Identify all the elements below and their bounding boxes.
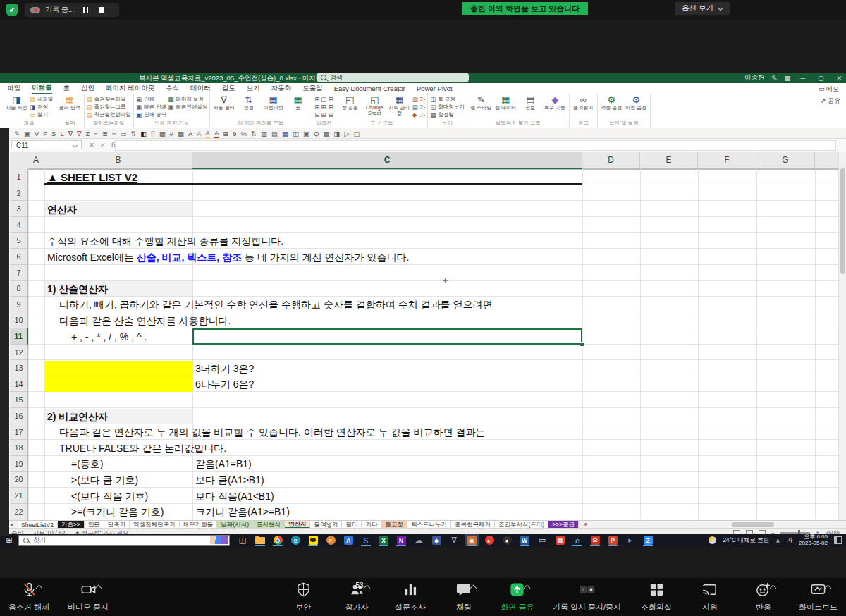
confirm-entry-icon[interactable]: ✓ bbox=[100, 141, 106, 149]
row-header-22[interactable]: 22 bbox=[10, 504, 28, 520]
qat-icon-19[interactable]: A bbox=[188, 130, 192, 137]
tray-expand-caret[interactable]: ∧ bbox=[776, 537, 780, 544]
row-header-10[interactable]: 10 bbox=[10, 312, 28, 328]
cell-B21[interactable]: <(보다 작음 기호) bbox=[71, 489, 148, 503]
ribbon-button[interactable]: ⊟ bbox=[314, 111, 319, 118]
ribbon-button[interactable]: ▦시트 관리창 bbox=[388, 94, 411, 116]
minimize-button[interactable]: ─ bbox=[798, 75, 808, 82]
ribbon-button[interactable]: ▭열기 bbox=[30, 111, 54, 118]
support-button[interactable]: 지원 bbox=[692, 581, 728, 612]
language-indicator[interactable]: 가 bbox=[787, 536, 793, 545]
taskbar-search[interactable]: 찾기 bbox=[18, 535, 230, 546]
ribbon-button[interactable]: ◱Change Sheet bbox=[363, 94, 386, 116]
name-box[interactable]: C11 bbox=[11, 140, 82, 149]
cell-C14[interactable]: 6나누기 6은? bbox=[195, 377, 254, 391]
cell-C13[interactable]: 3더하기 3은? bbox=[195, 362, 254, 376]
zoom-z-icon[interactable]: Z bbox=[641, 534, 655, 546]
ribbon-button[interactable]: ⊞ bbox=[328, 104, 333, 111]
vertical-scrollbar-thumb[interactable] bbox=[840, 168, 845, 274]
qat-icon-22[interactable]: A bbox=[214, 129, 219, 138]
security-button[interactable]: 보안 bbox=[285, 581, 321, 612]
qat-icon-18[interactable]: ▦ bbox=[178, 130, 184, 137]
cell-B5[interactable]: 수식의 요소에 대해 수행할 계산의 종류를 지정합니다. bbox=[47, 234, 283, 248]
row-header-11[interactable]: 11 bbox=[10, 328, 28, 345]
qat-icon-24[interactable]: 9 bbox=[233, 130, 236, 137]
qat-icon-14[interactable]: ◧ bbox=[140, 130, 147, 137]
select-all-corner[interactable] bbox=[10, 152, 29, 170]
qat-icon-25[interactable]: % bbox=[241, 130, 247, 137]
cell-B3[interactable]: 연산자 bbox=[47, 202, 77, 216]
ribbon-button[interactable]: ▣빠른인쇄설정 bbox=[168, 104, 207, 111]
qat-icon-28[interactable]: ▤ bbox=[271, 130, 278, 137]
menu-tab-5[interactable]: 수식 bbox=[166, 84, 179, 93]
excel-search-box[interactable]: 검색 bbox=[317, 73, 469, 82]
close-button[interactable]: ✕ bbox=[833, 75, 845, 82]
qat-icon-2[interactable]: V bbox=[35, 130, 39, 137]
ribbon-button[interactable]: ▦창정렬 bbox=[430, 111, 465, 118]
column-header-E[interactable]: E bbox=[640, 152, 698, 169]
ribbon-button[interactable]: ▦셀 데이터 bbox=[494, 94, 517, 111]
row-header-14[interactable]: 14 bbox=[10, 376, 28, 393]
menu-tab-11[interactable]: Easy Document Creator bbox=[334, 85, 405, 92]
row-header-3[interactable]: 3 bbox=[10, 201, 28, 217]
notification-center-icon[interactable] bbox=[834, 536, 842, 544]
chat-button[interactable]: 채팅 bbox=[446, 581, 482, 612]
powerpoint-icon[interactable]: P bbox=[606, 534, 620, 546]
cell-B17[interactable]: 다음과 같은 연산자로 두 개의 값을 비교할 수 있습니다. 이러한 연산자로… bbox=[59, 425, 485, 439]
breakout-rooms-button[interactable]: 소회의실 bbox=[638, 581, 675, 612]
menu-tab-1[interactable]: 어썸툴 bbox=[32, 83, 52, 94]
qat-icon-1[interactable]: ▣ bbox=[24, 130, 30, 137]
ribbon-button[interactable]: ▣인쇄 bbox=[136, 96, 166, 103]
unmute-button[interactable]: 음소거 해제 bbox=[8, 581, 49, 612]
qat-icon-6[interactable]: ∇ bbox=[68, 130, 73, 137]
memo-button[interactable]: ▭ 메모 bbox=[819, 85, 839, 94]
qat-icon-8[interactable]: Σ bbox=[85, 130, 90, 137]
stop-video-button[interactable]: 비디오 중지 bbox=[68, 581, 109, 612]
apps-grid-icon[interactable]: ▦ bbox=[785, 74, 791, 82]
share-screen-button[interactable]: 화면 공유 bbox=[499, 581, 536, 612]
qat-icon-36[interactable]: ▢ bbox=[354, 130, 360, 137]
pause-recording-button[interactable] bbox=[83, 7, 88, 13]
start-button[interactable]: ⊞ bbox=[0, 536, 18, 545]
ribbon-button[interactable]: ⚙엑셀 옵션 bbox=[600, 94, 623, 111]
row-header-20[interactable]: 20 bbox=[10, 472, 28, 488]
recorder-app-icon[interactable]: ◉ bbox=[465, 534, 479, 546]
taskbar-clock[interactable]: 오후 6:052023-05-02 bbox=[799, 534, 828, 546]
fill-handle[interactable] bbox=[580, 342, 584, 347]
qat-icon-9[interactable]: ≡ bbox=[94, 130, 98, 137]
printer-icon[interactable]: ▭ bbox=[535, 534, 549, 546]
cell-B18[interactable]: TRUE나 FALSE와 같은 논리값입니다. bbox=[59, 441, 226, 455]
menu-tab-8[interactable]: 보기 bbox=[247, 84, 260, 93]
menu-tab-10[interactable]: 도움말 bbox=[302, 84, 323, 93]
menu-tab-9[interactable]: 자동화 bbox=[271, 84, 292, 93]
ribbon-button[interactable]: ▤즐겨찾는파일 bbox=[87, 96, 132, 103]
lab-app-icon[interactable]: ∇ bbox=[447, 534, 461, 546]
column-header-C[interactable]: C bbox=[192, 152, 582, 169]
column-header-F[interactable]: F bbox=[698, 152, 756, 169]
cell-C20[interactable]: 보다 큼(A1>B1) bbox=[195, 473, 264, 487]
row-header-15[interactable]: 15 bbox=[10, 392, 28, 408]
ribbon-button[interactable]: ⚙어썸 옵션 bbox=[625, 94, 648, 111]
edit-icon[interactable]: ✎ bbox=[772, 74, 778, 82]
maximize-button[interactable]: ▢ bbox=[815, 75, 827, 82]
photoshop-icon[interactable]: S bbox=[359, 534, 373, 546]
ribbon-button[interactable]: ⊞ bbox=[328, 111, 333, 118]
ribbon-button[interactable]: ⊞ bbox=[314, 96, 319, 103]
formula-input[interactable] bbox=[115, 140, 836, 151]
qat-icon-12[interactable]: ▭ bbox=[120, 130, 126, 137]
ribbon-button[interactable]: 가 bbox=[419, 96, 426, 103]
ribbon-button[interactable]: ◫틀 고정 bbox=[430, 96, 465, 103]
edge-icon[interactable]: e bbox=[288, 534, 302, 546]
ribbon-button[interactable]: ⇅정렬 bbox=[237, 94, 260, 111]
ribbon-button[interactable]: ▤새파일 bbox=[30, 96, 54, 103]
menu-tab-0[interactable]: 파일 bbox=[7, 84, 20, 93]
menu-tab-2[interactable]: 홈 bbox=[63, 84, 70, 93]
task-view-icon[interactable]: ◫ bbox=[235, 534, 250, 546]
qat-icon-11[interactable]: ≡ bbox=[112, 130, 116, 137]
ribbon-button[interactable]: ▦표 bbox=[286, 94, 309, 111]
stop-recording-button[interactable] bbox=[99, 7, 104, 13]
security-app-icon[interactable]: ◆ bbox=[429, 534, 443, 546]
ribbon-button[interactable]: ▦페이지 설정 bbox=[168, 96, 207, 103]
qat-icon-3[interactable]: F bbox=[43, 130, 47, 137]
cell-B14[interactable] bbox=[45, 376, 192, 392]
